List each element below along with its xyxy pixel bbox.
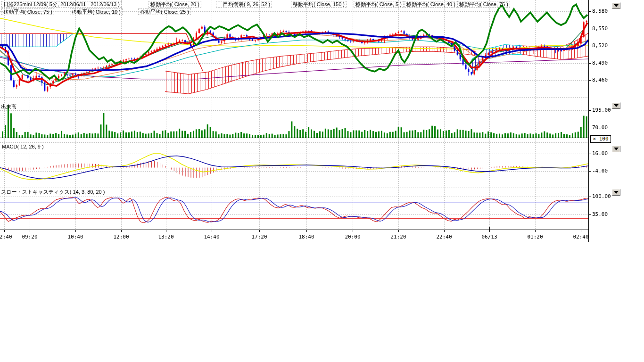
volume-axis-label: 195.00 — [592, 107, 611, 113]
volume-pane-label: 出来高 — [1, 103, 17, 110]
time-axis-label: 13:20 — [156, 234, 176, 240]
price-chart-canvas[interactable] — [0, 0, 644, 362]
chevron-down-icon — [614, 104, 619, 107]
chevron-down-icon — [614, 4, 619, 7]
price-axis-label: 8,550 — [592, 25, 608, 32]
macd-pane-dropdown-button[interactable] — [612, 146, 620, 152]
time-axis-label: 21:20 — [388, 234, 409, 240]
time-axis-label: 06/13 — [479, 234, 500, 240]
stoch-axis-label: 35.00 — [592, 211, 608, 217]
stochastics-pane-dropdown-button[interactable] — [612, 189, 620, 196]
price-axis-label: 8,580 — [592, 8, 608, 14]
time-axis-label: 02:40 — [570, 234, 591, 240]
time-axis-label: 20:00 — [342, 234, 363, 240]
price-axis-label: 8,520 — [592, 42, 608, 49]
indicator-chip[interactable]: 移動平均( Close, 5 ) — [354, 1, 404, 8]
indicator-chip[interactable]: 移動平均( Close, 25 ) — [138, 8, 191, 15]
indicator-chip[interactable]: 移動平均( Close, 20 ) — [149, 1, 201, 8]
time-axis-label: 01:20 — [525, 234, 545, 240]
indicator-chip[interactable]: 日経225mini 12/09( 5分, 2012/06/11 - 2012/0… — [1, 1, 122, 8]
chart-application: 日経225mini 12/09( 5分, 2012/06/11 - 2012/0… — [0, 0, 644, 362]
time-axis-label: 18:40 — [296, 234, 317, 240]
time-axis-label: 12:00 — [111, 234, 132, 240]
time-axis-label: 10:40 — [65, 234, 86, 240]
price-axis-label: 8,490 — [592, 60, 608, 66]
indicator-chip[interactable]: 移動平均( Close, 150 ) — [291, 1, 347, 8]
volume-axis-label: 70.00 — [592, 124, 608, 131]
price-axis-label: 8,460 — [592, 77, 608, 83]
time-axis-label: 02:40 — [0, 234, 15, 240]
macd-axis-label: -4.00 — [592, 168, 608, 174]
time-axis-label: 09:20 — [19, 234, 40, 240]
chevron-down-icon — [614, 148, 619, 150]
time-axis-label: 14:40 — [201, 234, 222, 240]
time-axis-label: 22:40 — [434, 234, 454, 240]
volume-pane-dropdown-button[interactable] — [612, 102, 620, 109]
stochastics-pane-label: スロー・ストキャスティクス( 14, 3, 80, 20 ) — [1, 189, 105, 196]
time-axis-label: 17:20 — [249, 234, 270, 240]
indicator-chip[interactable]: 一目均衡表( 9, 26, 52 ) — [216, 1, 272, 8]
volume-multiplier-box: × 100 — [590, 135, 611, 143]
macd-axis-label: 16.00 — [592, 150, 608, 156]
stoch-axis-label: 100.00 — [592, 193, 611, 199]
indicator-chip[interactable]: 移動平均( Close, 75 ) — [1, 8, 54, 15]
price-pane-dropdown-button[interactable] — [612, 2, 620, 9]
indicator-chip[interactable]: 移動平均( Close, 75 ) — [457, 1, 510, 8]
chevron-down-icon — [614, 191, 619, 194]
indicator-chip[interactable]: 移動平均( Close, 10 ) — [70, 8, 123, 15]
macd-pane-label: MACD( 12, 26, 9 ) — [2, 144, 44, 149]
indicator-chip[interactable]: 移動平均( Close, 40 ) — [405, 1, 457, 8]
